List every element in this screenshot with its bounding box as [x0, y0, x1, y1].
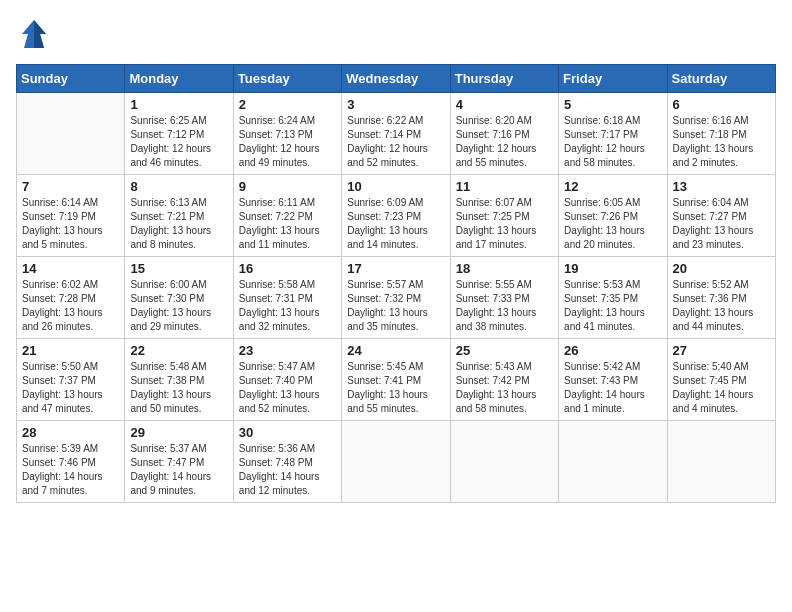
day-info: Sunrise: 6:16 AM Sunset: 7:18 PM Dayligh… — [673, 114, 770, 170]
day-of-week-header: Wednesday — [342, 65, 450, 93]
day-number: 1 — [130, 97, 227, 112]
day-info: Sunrise: 5:50 AM Sunset: 7:37 PM Dayligh… — [22, 360, 119, 416]
day-info: Sunrise: 5:42 AM Sunset: 7:43 PM Dayligh… — [564, 360, 661, 416]
day-number: 4 — [456, 97, 553, 112]
calendar-day-cell: 14Sunrise: 6:02 AM Sunset: 7:28 PM Dayli… — [17, 257, 125, 339]
day-info: Sunrise: 5:47 AM Sunset: 7:40 PM Dayligh… — [239, 360, 336, 416]
day-number: 24 — [347, 343, 444, 358]
calendar-day-cell: 12Sunrise: 6:05 AM Sunset: 7:26 PM Dayli… — [559, 175, 667, 257]
day-number: 27 — [673, 343, 770, 358]
day-info: Sunrise: 5:55 AM Sunset: 7:33 PM Dayligh… — [456, 278, 553, 334]
day-number: 8 — [130, 179, 227, 194]
calendar-day-cell: 19Sunrise: 5:53 AM Sunset: 7:35 PM Dayli… — [559, 257, 667, 339]
calendar-day-cell: 27Sunrise: 5:40 AM Sunset: 7:45 PM Dayli… — [667, 339, 775, 421]
day-info: Sunrise: 5:58 AM Sunset: 7:31 PM Dayligh… — [239, 278, 336, 334]
day-info: Sunrise: 6:22 AM Sunset: 7:14 PM Dayligh… — [347, 114, 444, 170]
calendar-day-cell: 16Sunrise: 5:58 AM Sunset: 7:31 PM Dayli… — [233, 257, 341, 339]
day-of-week-header: Monday — [125, 65, 233, 93]
day-number: 28 — [22, 425, 119, 440]
day-number: 21 — [22, 343, 119, 358]
calendar-week-row: 28Sunrise: 5:39 AM Sunset: 7:46 PM Dayli… — [17, 421, 776, 503]
day-number: 6 — [673, 97, 770, 112]
calendar-day-cell: 6Sunrise: 6:16 AM Sunset: 7:18 PM Daylig… — [667, 93, 775, 175]
day-info: Sunrise: 5:36 AM Sunset: 7:48 PM Dayligh… — [239, 442, 336, 498]
day-of-week-header: Tuesday — [233, 65, 341, 93]
calendar-day-cell: 21Sunrise: 5:50 AM Sunset: 7:37 PM Dayli… — [17, 339, 125, 421]
calendar-day-cell: 5Sunrise: 6:18 AM Sunset: 7:17 PM Daylig… — [559, 93, 667, 175]
day-number: 2 — [239, 97, 336, 112]
day-info: Sunrise: 5:37 AM Sunset: 7:47 PM Dayligh… — [130, 442, 227, 498]
day-of-week-header: Friday — [559, 65, 667, 93]
calendar-day-cell: 24Sunrise: 5:45 AM Sunset: 7:41 PM Dayli… — [342, 339, 450, 421]
day-info: Sunrise: 6:09 AM Sunset: 7:23 PM Dayligh… — [347, 196, 444, 252]
calendar-day-cell: 2Sunrise: 6:24 AM Sunset: 7:13 PM Daylig… — [233, 93, 341, 175]
calendar-day-cell: 28Sunrise: 5:39 AM Sunset: 7:46 PM Dayli… — [17, 421, 125, 503]
day-info: Sunrise: 5:48 AM Sunset: 7:38 PM Dayligh… — [130, 360, 227, 416]
calendar-day-cell: 15Sunrise: 6:00 AM Sunset: 7:30 PM Dayli… — [125, 257, 233, 339]
calendar-day-cell: 1Sunrise: 6:25 AM Sunset: 7:12 PM Daylig… — [125, 93, 233, 175]
calendar-day-cell: 17Sunrise: 5:57 AM Sunset: 7:32 PM Dayli… — [342, 257, 450, 339]
day-of-week-header: Sunday — [17, 65, 125, 93]
calendar-day-cell — [667, 421, 775, 503]
day-info: Sunrise: 6:11 AM Sunset: 7:22 PM Dayligh… — [239, 196, 336, 252]
day-info: Sunrise: 6:02 AM Sunset: 7:28 PM Dayligh… — [22, 278, 119, 334]
svg-marker-1 — [34, 20, 46, 48]
calendar-day-cell: 26Sunrise: 5:42 AM Sunset: 7:43 PM Dayli… — [559, 339, 667, 421]
calendar-day-cell — [450, 421, 558, 503]
day-info: Sunrise: 5:45 AM Sunset: 7:41 PM Dayligh… — [347, 360, 444, 416]
calendar-day-cell: 10Sunrise: 6:09 AM Sunset: 7:23 PM Dayli… — [342, 175, 450, 257]
calendar-day-cell: 22Sunrise: 5:48 AM Sunset: 7:38 PM Dayli… — [125, 339, 233, 421]
day-info: Sunrise: 6:20 AM Sunset: 7:16 PM Dayligh… — [456, 114, 553, 170]
calendar-day-cell: 13Sunrise: 6:04 AM Sunset: 7:27 PM Dayli… — [667, 175, 775, 257]
day-number: 15 — [130, 261, 227, 276]
day-number: 5 — [564, 97, 661, 112]
day-number: 19 — [564, 261, 661, 276]
day-info: Sunrise: 5:39 AM Sunset: 7:46 PM Dayligh… — [22, 442, 119, 498]
day-number: 14 — [22, 261, 119, 276]
calendar-day-cell: 29Sunrise: 5:37 AM Sunset: 7:47 PM Dayli… — [125, 421, 233, 503]
calendar-day-cell: 25Sunrise: 5:43 AM Sunset: 7:42 PM Dayli… — [450, 339, 558, 421]
logo-icon — [16, 16, 52, 52]
day-number: 30 — [239, 425, 336, 440]
calendar-day-cell: 30Sunrise: 5:36 AM Sunset: 7:48 PM Dayli… — [233, 421, 341, 503]
calendar-day-cell — [17, 93, 125, 175]
day-number: 29 — [130, 425, 227, 440]
logo — [16, 16, 58, 52]
calendar-day-cell: 23Sunrise: 5:47 AM Sunset: 7:40 PM Dayli… — [233, 339, 341, 421]
calendar-day-cell: 18Sunrise: 5:55 AM Sunset: 7:33 PM Dayli… — [450, 257, 558, 339]
day-of-week-header: Saturday — [667, 65, 775, 93]
day-of-week-header: Thursday — [450, 65, 558, 93]
day-info: Sunrise: 6:04 AM Sunset: 7:27 PM Dayligh… — [673, 196, 770, 252]
page-header — [16, 16, 776, 52]
day-number: 11 — [456, 179, 553, 194]
day-number: 9 — [239, 179, 336, 194]
day-info: Sunrise: 6:14 AM Sunset: 7:19 PM Dayligh… — [22, 196, 119, 252]
day-info: Sunrise: 5:43 AM Sunset: 7:42 PM Dayligh… — [456, 360, 553, 416]
day-info: Sunrise: 5:57 AM Sunset: 7:32 PM Dayligh… — [347, 278, 444, 334]
day-number: 16 — [239, 261, 336, 276]
day-number: 10 — [347, 179, 444, 194]
day-info: Sunrise: 6:13 AM Sunset: 7:21 PM Dayligh… — [130, 196, 227, 252]
day-number: 3 — [347, 97, 444, 112]
calendar-day-cell — [559, 421, 667, 503]
calendar-week-row: 7Sunrise: 6:14 AM Sunset: 7:19 PM Daylig… — [17, 175, 776, 257]
day-number: 23 — [239, 343, 336, 358]
day-number: 20 — [673, 261, 770, 276]
day-info: Sunrise: 6:25 AM Sunset: 7:12 PM Dayligh… — [130, 114, 227, 170]
calendar-day-cell: 20Sunrise: 5:52 AM Sunset: 7:36 PM Dayli… — [667, 257, 775, 339]
calendar-day-cell: 8Sunrise: 6:13 AM Sunset: 7:21 PM Daylig… — [125, 175, 233, 257]
calendar-week-row: 1Sunrise: 6:25 AM Sunset: 7:12 PM Daylig… — [17, 93, 776, 175]
calendar-day-cell: 7Sunrise: 6:14 AM Sunset: 7:19 PM Daylig… — [17, 175, 125, 257]
calendar-week-row: 21Sunrise: 5:50 AM Sunset: 7:37 PM Dayli… — [17, 339, 776, 421]
day-number: 17 — [347, 261, 444, 276]
calendar-table: SundayMondayTuesdayWednesdayThursdayFrid… — [16, 64, 776, 503]
day-number: 12 — [564, 179, 661, 194]
day-info: Sunrise: 6:07 AM Sunset: 7:25 PM Dayligh… — [456, 196, 553, 252]
day-number: 7 — [22, 179, 119, 194]
day-number: 26 — [564, 343, 661, 358]
day-info: Sunrise: 5:53 AM Sunset: 7:35 PM Dayligh… — [564, 278, 661, 334]
day-info: Sunrise: 6:18 AM Sunset: 7:17 PM Dayligh… — [564, 114, 661, 170]
day-info: Sunrise: 5:40 AM Sunset: 7:45 PM Dayligh… — [673, 360, 770, 416]
day-info: Sunrise: 6:05 AM Sunset: 7:26 PM Dayligh… — [564, 196, 661, 252]
day-info: Sunrise: 6:00 AM Sunset: 7:30 PM Dayligh… — [130, 278, 227, 334]
